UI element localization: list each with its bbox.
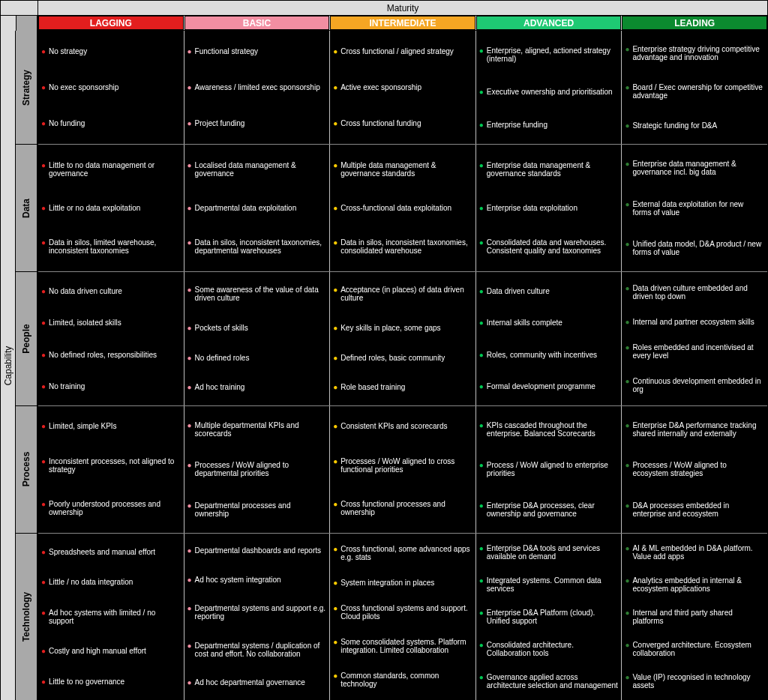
cell-item-text: Enterprise D&A processes, clear ownershi… <box>487 501 619 518</box>
cell-item: ●Processes / WoW aligned to departmental… <box>188 461 327 477</box>
cell-item: ●Enterprise, aligned, actioned strategy … <box>479 46 619 63</box>
bullet-icon: ● <box>188 161 195 169</box>
bullet-icon: ● <box>188 546 195 555</box>
bullet-icon: ● <box>333 324 340 332</box>
bullet-icon: ● <box>188 238 195 247</box>
cell-item-text: Converged architecture. Ecosystem collab… <box>632 641 764 657</box>
cell-item-text: Roles embedded and incentivised at every… <box>632 343 764 360</box>
cell-item-text: Departmental systems / duplication of co… <box>195 642 327 658</box>
bullet-icon: ● <box>41 457 49 465</box>
cell-item: ●No strategy <box>41 47 181 55</box>
capability-label-text: People <box>21 324 32 353</box>
matrix-row-people: ●No data driven culture●Limited, isolate… <box>38 272 767 406</box>
cell-item: ●Key skills in place, some gaps <box>333 324 472 332</box>
cell-item: ●Internal and partner ecosystem skills <box>625 318 764 326</box>
bullet-icon: ● <box>479 609 487 617</box>
cell-item-text: No exec sponsorship <box>49 83 181 91</box>
cell-item-text: Value (IP) recognised in technology asse… <box>632 673 764 690</box>
cell-item-text: Enterprise data management & governance … <box>632 160 764 176</box>
capability-labels-strip: StrategyDataPeopleProcessTechnology <box>16 31 38 700</box>
cell-item-text: Defined roles, basic community <box>340 354 472 362</box>
cell-item-text: Role based training <box>340 383 472 391</box>
capability-label-technology: Technology <box>16 534 37 700</box>
bullet-icon: ● <box>188 461 195 469</box>
cell-item-text: Ad hoc training <box>195 383 327 391</box>
cell-item-text: Limited, simple KPIs <box>49 422 181 430</box>
cell-item-text: Cross functional systems and support. Cl… <box>340 604 472 621</box>
bullet-icon: ● <box>188 204 195 212</box>
column-header-wrap: LAGGINGBASICINTERMEDIATEADVANCEDLEADING <box>38 16 767 31</box>
cell-item-text: Ad hoc system integration <box>195 576 327 584</box>
cell-item: ●Localised data management & governance <box>188 161 327 178</box>
cell-item: ●Data in silos, limited warehouse, incon… <box>41 238 181 255</box>
bullet-icon: ● <box>479 319 487 327</box>
matrix-cell: ●Acceptance (in places) of data driven c… <box>330 272 476 405</box>
bullet-icon: ● <box>41 609 49 617</box>
cell-item-text: Executive ownership and prioritisation <box>487 88 619 96</box>
cell-item-text: No defined roles, responsibilities <box>49 351 181 359</box>
bullet-icon: ● <box>41 578 49 586</box>
cell-item: ●System integration in places <box>333 579 472 587</box>
cell-item: ●Ad hoc system integration <box>188 576 327 584</box>
cell-item: ●Pockets of skills <box>188 324 327 332</box>
cell-item: ●Consolidated data and warehouses. Consi… <box>479 238 619 255</box>
bullet-icon: ● <box>625 343 632 351</box>
bullet-icon: ● <box>479 238 487 247</box>
capability-label-data: Data <box>16 145 37 272</box>
matrix-cell: ●Enterprise D&A tools and services avail… <box>476 534 622 700</box>
cell-item-text: Functional strategy <box>195 47 327 55</box>
body-row: Capability StrategyDataPeopleProcessTech… <box>1 31 767 700</box>
cell-item: ●External data exploitation for new form… <box>625 200 764 217</box>
matrix-cell: ●Multiple departmental KPIs and scorecar… <box>184 406 331 533</box>
cell-item-text: Data in silos, inconsistent taxonomies, … <box>340 238 472 255</box>
cell-item-text: Cross functional processes and ownership <box>340 500 472 516</box>
bullet-icon: ● <box>479 673 487 681</box>
cell-item: ●Role based training <box>333 383 472 391</box>
cell-item: ●Data driven culture <box>479 287 619 295</box>
capability-label-process: Process <box>16 406 37 534</box>
cell-item-text: No data driven culture <box>49 287 181 295</box>
cell-item-text: No training <box>49 382 181 390</box>
cell-item: ●Cross functional, some advanced apps e.… <box>333 545 472 561</box>
matrix-cell: ●AI & ML embedded in D&A platform. Value… <box>622 534 767 700</box>
bullet-icon: ● <box>41 204 49 212</box>
bullet-icon: ● <box>188 47 195 55</box>
bullet-icon: ● <box>479 421 487 429</box>
maturity-title-row: Maturity <box>1 1 767 16</box>
bullet-icon: ● <box>479 501 487 510</box>
cell-item-text: Departmental processes and ownership <box>195 501 327 518</box>
cell-item-text: Ad hoc departmental governance <box>195 678 327 687</box>
cell-item: ●Executive ownership and prioritisation <box>479 88 619 96</box>
bullet-icon: ● <box>41 678 49 686</box>
bullet-icon: ● <box>479 121 487 129</box>
cell-item-text: Project funding <box>195 119 327 127</box>
capability-title: Capability <box>3 346 14 385</box>
cell-item-text: Enterprise funding <box>487 121 619 129</box>
cell-item-text: Strategic funding for D&A <box>632 121 764 130</box>
cell-item: ●Common standards, common technology <box>333 672 472 688</box>
bullet-icon: ● <box>479 576 487 585</box>
cell-item: ●Processes / WoW aligned to cross functi… <box>333 457 472 474</box>
cell-item: ●Analytics embedded in internal & ecosys… <box>625 576 764 593</box>
bullet-icon: ● <box>479 204 487 212</box>
cell-item: ●Departmental systems and support e.g. r… <box>188 604 327 621</box>
cell-item-text: Process / WoW aligned to enterprise prio… <box>487 461 619 477</box>
cell-item-text: Acceptance (in places) of data driven cu… <box>340 286 472 302</box>
matrix-row-data: ●Little to no data management or governa… <box>38 145 767 272</box>
cell-item-text: Little or no data exploitation <box>49 204 181 212</box>
bullet-icon: ● <box>333 83 340 91</box>
bullet-icon: ● <box>625 45 632 53</box>
matrix-cell: ●Functional strategy●Awareness / limited… <box>184 31 331 144</box>
bullet-icon: ● <box>41 238 49 247</box>
cell-item: ●Enterprise D&A performance tracking sha… <box>625 421 764 438</box>
cell-item: ●Roles, community with incentives <box>479 351 619 359</box>
cell-item: ●Continuous development embedded in org <box>625 377 764 393</box>
matrix-cell: ●Limited, simple KPIs●Inconsistent proce… <box>38 406 184 533</box>
cell-item: ●Little to no data management or governa… <box>41 161 181 178</box>
bullet-icon: ● <box>625 544 632 552</box>
bullet-icon: ● <box>625 200 632 208</box>
bullet-icon: ● <box>479 287 487 295</box>
cell-item: ●Little to no governance <box>41 678 181 686</box>
cell-item: ●Some consolidated systems. Platform int… <box>333 638 472 654</box>
cell-item-text: Departmental data exploitation <box>195 204 327 212</box>
